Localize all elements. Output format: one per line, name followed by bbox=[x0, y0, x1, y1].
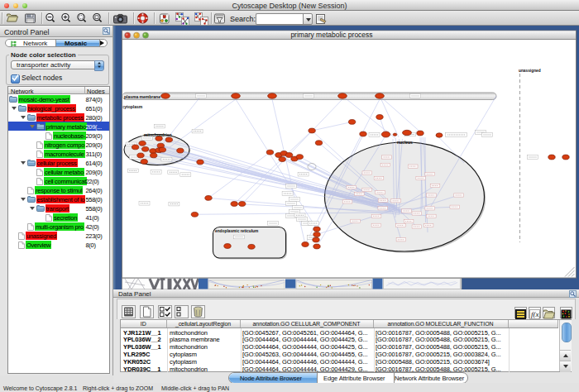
svg-text:cytoplasm: cytoplasm bbox=[122, 104, 143, 109]
svg-text:unassigned: unassigned bbox=[519, 69, 541, 73]
svg-text:plasma membrane: plasma membrane bbox=[124, 94, 160, 99]
svg-text:f(x): f(x) bbox=[531, 310, 540, 318]
svg-text:mitochondrion: mitochondrion bbox=[144, 133, 172, 137]
svg-text:endoplasmic reticulum: endoplasmic reticulum bbox=[215, 229, 258, 233]
svg-text:primary metabolic process: primary metabolic process bbox=[290, 31, 372, 39]
svg-text:nucleus: nucleus bbox=[397, 140, 413, 145]
